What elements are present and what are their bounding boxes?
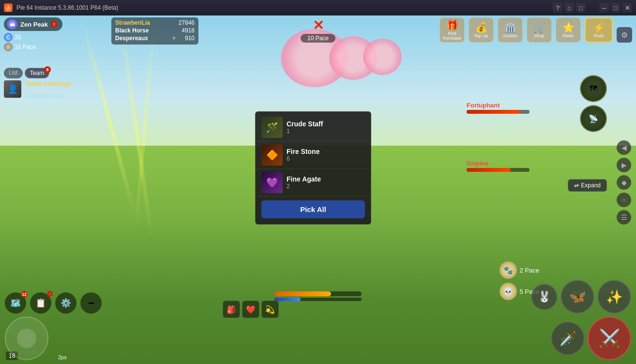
skill-button-2[interactable]: 🦋 (560, 280, 594, 314)
minimap-button-1[interactable]: 🗺 (580, 75, 607, 102)
attack-button[interactable]: ⚔️ (588, 317, 631, 360)
loot-name-3: Fine Agate (287, 175, 321, 183)
pace-indicator-1: 🐾 2 Pace (500, 261, 539, 279)
shop-label: Shop (534, 33, 544, 38)
quest-excl-badge: ! (47, 291, 53, 297)
expand-button[interactable]: ⇌ Expand (568, 179, 607, 192)
shop-button[interactable]: 🛒 Shop (527, 17, 552, 43)
first-purchase-icon: 🎁 (446, 19, 458, 31)
more-icon-button[interactable]: ••• (80, 292, 102, 314)
location-badge: 🏔 Zen Peak ! (4, 17, 62, 31)
settings-icon-button[interactable]: ⚙️ (55, 292, 76, 314)
quest-icon-button[interactable]: 📋 ! (30, 292, 51, 314)
enemy-fortuphant-hp-bar (467, 110, 530, 114)
quest-avatar: 👤 (4, 80, 21, 98)
skill-button-1[interactable]: 🐰 (531, 284, 558, 310)
team-badge: 8 (44, 66, 51, 73)
quest-title: Totem Challenge (25, 80, 72, 87)
right-btn-3[interactable]: ◆ (617, 175, 631, 190)
player-mp-bar (274, 298, 362, 301)
screenshot-button[interactable]: □ (576, 3, 586, 13)
player-hp-fill (274, 291, 331, 296)
right-btn-2[interactable]: ▶ (617, 158, 631, 172)
push-button[interactable]: ⚡ Push (585, 17, 613, 43)
enemy-gripine-hp-fill (467, 168, 511, 172)
loot-qty-3: 2 (287, 183, 321, 190)
minimize-button[interactable]: ─ (599, 3, 609, 13)
bottom-left-icons: 🗺️ 12 📋 ! ⚙️ ••• (5, 292, 102, 314)
expand-label: Expand (581, 182, 601, 189)
right-btn-1[interactable]: ◀ (617, 140, 631, 155)
center-pace-text: 10 Pace (307, 35, 329, 42)
minimap-button-2[interactable]: 📡 (580, 105, 607, 132)
top-up-button[interactable]: 💰 Top Up (469, 17, 494, 43)
inv-slot-3[interactable]: 💫 (261, 301, 279, 318)
skill-button-4[interactable]: 🗡️ (551, 321, 585, 355)
window-title: Pie 64 Instance 5.3.86.1001 P64 (Beta) (16, 4, 553, 11)
first-purchase-button[interactable]: 🎁 First Purchase (439, 17, 465, 43)
loot-text-3: Fine Agate 2 (287, 175, 321, 190)
player-hp-bar (274, 291, 362, 296)
loot-item-3[interactable]: 💜 Fine Agate 2 (256, 169, 371, 197)
bottom-left: 🗺️ 12 📋 ! ⚙️ ••• (5, 292, 102, 360)
enemy-fortuphant: Fortuphant (467, 102, 530, 114)
perks-icon: ⭐ (562, 22, 575, 33)
player-2-name: Black Horse (115, 27, 168, 34)
right-btn-5[interactable]: ☰ (617, 210, 631, 225)
expand-icon: ⇌ (574, 182, 579, 189)
player-bars (274, 291, 362, 301)
maximize-button[interactable]: □ (611, 3, 621, 13)
pace-icon: ⚡ (4, 43, 13, 51)
game-viewport: 🥧 Pie 64 Instance 5.3.86.1001 P64 (Beta)… (0, 0, 636, 364)
player-2-score: 4918 (182, 27, 195, 34)
enemy-fortuphant-hp-fill (467, 110, 520, 114)
quest-progress: Currency(18/20) (25, 93, 72, 99)
map-badge: 12 (21, 291, 28, 298)
c-value: 20 (15, 34, 21, 41)
loot-qty-1: 1 (287, 128, 323, 135)
right-btn-4[interactable]: ○ (617, 193, 631, 207)
perks-label: Perks (562, 33, 574, 38)
perks-button[interactable]: ⭐ Perks (556, 17, 581, 43)
enemy-gripine-name: Gripine (467, 160, 530, 167)
loot-icon-fire: 🔶 (261, 144, 283, 166)
enemy-fortuphant-name: Fortuphant (467, 102, 530, 109)
inv-slot-1[interactable]: 🎒 (223, 301, 240, 318)
top-up-label: Top Up (474, 33, 488, 38)
map-icon-button[interactable]: 🗺️ 12 (5, 292, 26, 314)
pace-value: 16 Pace (15, 44, 36, 50)
quest-info: Totem Challenge Humanoid Tribe Currency(… (25, 80, 72, 99)
loot-item-1[interactable]: 🪄 Crude Staff 1 (256, 114, 371, 141)
settings-gear-button[interactable]: ⚙ (617, 27, 632, 43)
skill-button-3[interactable]: ✨ (597, 280, 631, 314)
home-button[interactable]: ⌂ (564, 3, 574, 13)
help-button[interactable]: ? (553, 3, 562, 13)
bottom-right-skills: 🐰 🦋 ✨ 🗡️ ⚔️ (531, 280, 631, 360)
joystick[interactable] (5, 317, 48, 360)
player-3-name: Despereaux (115, 35, 168, 42)
top-buttons-row: 🎁 First Purchase 💰 Top Up 🏛️ Auction 🛒 S… (439, 17, 613, 43)
player-3-arrow: ▼ (171, 35, 177, 41)
minimap-area: 🗺 📡 (580, 75, 607, 132)
skill-row-bottom: 🗡️ ⚔️ (551, 317, 631, 360)
window-controls: ? ⌂ □ ─ □ ✕ (553, 3, 632, 13)
tab-list[interactable]: List (4, 68, 23, 78)
loot-text-2: Fire Stone 6 (287, 148, 319, 162)
combat-x-mark: ✕ (313, 18, 324, 33)
loot-popup: 🪄 Crude Staff 1 🔶 Fire Stone 6 💜 Fine Ag… (255, 111, 371, 225)
score-row-1: StrawberiLia 27846 (115, 19, 195, 26)
loot-icon-staff: 🪄 (261, 117, 283, 138)
inv-slot-2[interactable]: ❤️ (242, 301, 259, 318)
pace-center-indicator: 10 Pace (301, 34, 335, 43)
loot-name-2: Fire Stone (287, 148, 319, 155)
tab-team[interactable]: Team 8 (25, 68, 49, 78)
scoreboard: StrawberiLia 27846 Black Horse 4918 Desp… (111, 17, 198, 45)
pick-all-button[interactable]: Pick All (261, 200, 365, 218)
close-button[interactable]: ✕ (622, 3, 632, 13)
quest-tabs: List Team 8 (4, 68, 101, 78)
tree-3 (363, 39, 402, 75)
loot-item-2[interactable]: 🔶 Fire Stone 6 (256, 141, 371, 169)
push-label: Push (594, 33, 604, 38)
pace-icon-1: 🐾 (500, 261, 517, 279)
auction-button[interactable]: 🏛️ Auction (498, 17, 523, 43)
